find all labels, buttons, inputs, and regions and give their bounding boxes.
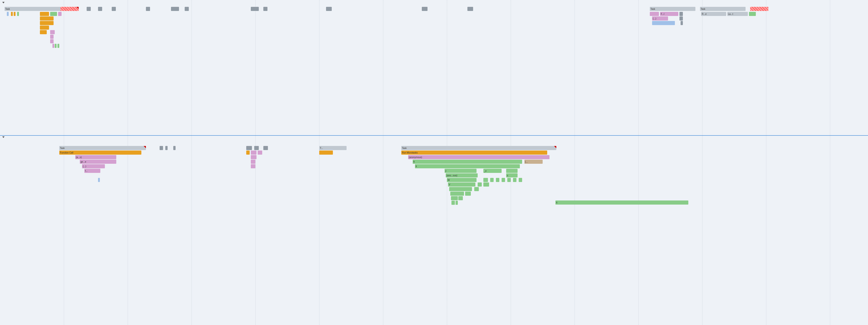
flame-block[interactable]: (...)	[82, 164, 105, 168]
flame-block[interactable]	[50, 35, 54, 39]
flame-block[interactable]	[246, 146, 252, 150]
flame-block[interactable]	[264, 7, 268, 11]
flame-block[interactable]: V	[448, 182, 475, 186]
flame-block[interactable]: Task	[5, 7, 64, 11]
flame-block[interactable]: (...	[524, 160, 542, 164]
flame-block[interactable]	[513, 178, 517, 182]
flame-block[interactable]	[506, 169, 518, 173]
flame-block[interactable]	[422, 7, 428, 11]
flame-block[interactable]	[11, 12, 13, 16]
flame-block[interactable]: Task	[700, 7, 746, 11]
flame-block[interactable]	[264, 146, 268, 150]
flame-block[interactable]: (a...s)	[75, 155, 116, 159]
flame-block[interactable]	[58, 44, 59, 48]
flame-block[interactable]	[251, 160, 255, 164]
flame-block[interactable]	[40, 26, 49, 30]
flame-block[interactable]: W	[447, 178, 476, 182]
flame-block[interactable]: lt	[415, 164, 520, 168]
flame-block[interactable]	[55, 44, 57, 48]
flame-block[interactable]	[251, 7, 259, 11]
flame-block[interactable]	[98, 7, 102, 11]
flame-block[interactable]: f...	[84, 169, 100, 173]
flame-block[interactable]: F...l	[660, 12, 678, 16]
flame-block[interactable]	[326, 7, 332, 11]
flame-block[interactable]	[519, 178, 522, 182]
block-label	[246, 150, 250, 155]
flame-block[interactable]: R...e	[701, 12, 726, 16]
flame-block[interactable]	[40, 30, 47, 34]
main-collapse-triangle[interactable]	[2, 2, 5, 3]
flame-block[interactable]: ge...e	[80, 160, 116, 164]
flame-block[interactable]	[483, 182, 489, 186]
flame-block[interactable]	[60, 7, 79, 11]
flame-block[interactable]: ft	[413, 160, 522, 164]
flame-block[interactable]	[40, 21, 54, 25]
flame-block[interactable]	[465, 191, 471, 196]
flame-block[interactable]	[50, 12, 57, 16]
flame-block[interactable]	[146, 7, 150, 11]
flame-block[interactable]	[112, 7, 116, 11]
flame-block[interactable]	[450, 191, 464, 196]
flame-block[interactable]	[679, 12, 683, 16]
flame-block[interactable]	[246, 150, 250, 155]
flame-block[interactable]	[496, 178, 499, 182]
flame-block[interactable]	[750, 7, 768, 11]
flame-block[interactable]	[165, 146, 167, 150]
flame-block[interactable]	[258, 150, 262, 155]
flame-block[interactable]: Run Microtasks	[401, 150, 547, 155]
flame-block[interactable]	[451, 196, 458, 200]
flame-block[interactable]	[7, 12, 9, 16]
flame-block[interactable]	[251, 155, 256, 159]
flame-block[interactable]: Task	[59, 146, 146, 150]
flame-block[interactable]	[458, 196, 463, 200]
flame-block[interactable]	[173, 146, 176, 150]
flame-block[interactable]	[185, 7, 189, 11]
flame-block[interactable]	[58, 12, 62, 16]
flame-block[interactable]: Function Call	[59, 150, 142, 155]
flame-block[interactable]: _e	[483, 169, 502, 173]
flame-block[interactable]: (...)	[652, 17, 668, 21]
flame-block[interactable]	[53, 44, 54, 48]
flame-block[interactable]	[449, 187, 472, 191]
flame-block[interactable]	[171, 7, 179, 11]
flame-block[interactable]: T...	[319, 146, 347, 150]
flame-block[interactable]: z	[444, 169, 476, 173]
flame-block[interactable]	[40, 12, 49, 16]
flame-block[interactable]	[483, 178, 488, 182]
flame-block[interactable]	[319, 150, 333, 155]
flame-block[interactable]	[478, 182, 482, 186]
flame-block[interactable]	[456, 201, 458, 205]
flame-block[interactable]	[251, 164, 255, 168]
flame-block[interactable]	[14, 12, 16, 16]
flame-block[interactable]	[490, 178, 494, 182]
flame-block[interactable]	[507, 178, 511, 182]
flame-block[interactable]	[467, 7, 473, 11]
flame-block[interactable]	[50, 30, 55, 34]
flame-block[interactable]	[502, 178, 505, 182]
flame-block[interactable]	[17, 12, 19, 16]
flame-block[interactable]	[87, 7, 91, 11]
flame-block[interactable]	[251, 150, 256, 155]
worker-collapse-triangle[interactable]	[2, 137, 5, 138]
flame-block[interactable]	[452, 201, 455, 205]
flame-block[interactable]: It	[555, 201, 688, 205]
flame-block[interactable]	[652, 21, 675, 25]
flame-block[interactable]	[650, 12, 659, 16]
grid-line-4	[319, 0, 319, 325]
flame-block[interactable]: Task	[401, 146, 556, 150]
flame-block[interactable]	[40, 17, 54, 21]
flame-block[interactable]: o	[506, 173, 518, 177]
flame-block[interactable]: (ano...ous)	[446, 173, 478, 177]
flame-block[interactable]	[160, 146, 163, 150]
flame-block[interactable]	[474, 187, 479, 191]
flame-block[interactable]: (anonymous)	[408, 155, 550, 159]
flame-block[interactable]	[749, 12, 756, 16]
flame-block[interactable]: La...t	[727, 12, 748, 16]
flame-block[interactable]	[679, 17, 683, 21]
flame-block[interactable]: Task	[650, 7, 695, 11]
flame-block[interactable]	[254, 146, 259, 150]
flame-block[interactable]	[50, 39, 54, 43]
block-label	[58, 44, 59, 48]
flame-block[interactable]	[681, 21, 683, 25]
flame-block[interactable]	[98, 178, 100, 182]
